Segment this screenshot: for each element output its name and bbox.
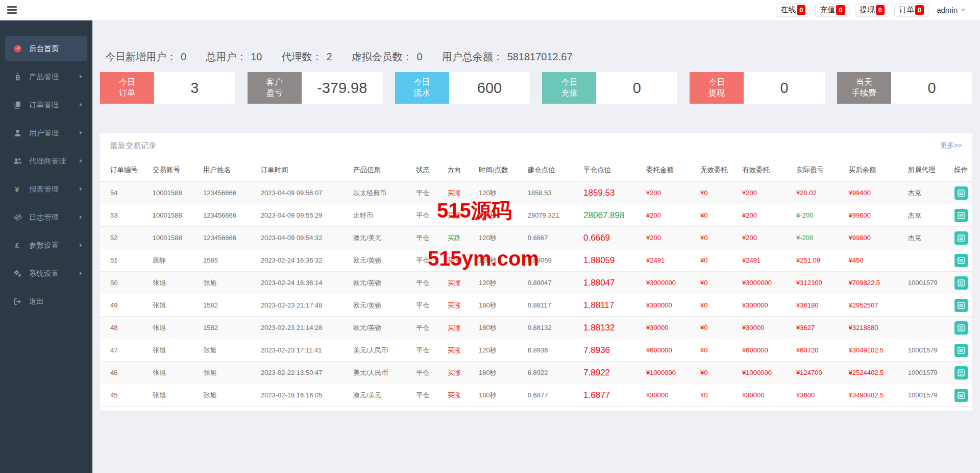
row-detail-button[interactable] [954,254,968,267]
cell-close-point: 7.8936 [576,339,639,362]
stat-new-users: 今日新增用户：0 [105,50,186,64]
cell-invalid-entrust: ¥0 [693,384,735,407]
cell-agent: 杰克 [901,182,950,204]
list-icon [958,324,965,332]
row-detail-button[interactable] [954,344,968,357]
cell-valid-entrust: ¥200 [735,182,789,204]
cell-product-info: 美元/人民币 [346,339,409,362]
cell-user-name: 1582 [196,294,254,317]
cell-status: 平仓 [409,339,440,362]
sidebar-item-users[interactable]: 用户管理 [5,120,87,146]
cell-order-time: 2023-02-23 17:11:41 [254,339,346,362]
cell-order-time: 2023-02-18 16:16:05 [254,384,346,407]
row-detail-button[interactable] [954,276,968,290]
card-today-orders: 今日订单 3 [100,72,235,104]
cell-time-points: 120秒 [472,272,521,294]
withdraw-counter[interactable]: 提现 0 [855,3,889,17]
cell-after-balance: ¥3049102.5 [842,339,901,362]
cell-status: 平仓 [409,227,440,249]
cell-trade-account: 张旭 [145,384,196,407]
cell-agent: 杰克 [901,204,950,227]
cell-invalid-entrust: ¥0 [693,362,735,384]
card-today-recharge: 今日充值 0 [542,72,677,104]
sidebar-item-products[interactable]: B 产品管理 [5,64,87,89]
cell-direction: 买涨 [440,339,472,362]
cell-order-id: 50 [100,272,145,294]
col-header-order-id: 订单编号 [100,158,145,182]
sidebar-item-logs[interactable]: 日志管理 [5,204,87,230]
sidebar-item-logout[interactable]: 退出 [5,289,87,314]
cell-open-point: 6.8936 [521,339,576,362]
chevron-right-icon [80,159,82,163]
sidebar-item-orders[interactable]: 订单管理 [5,92,87,117]
cell-operation [949,227,972,249]
cell-after-balance: ¥99800 [842,227,901,249]
cell-valid-entrust: ¥600000 [735,339,789,362]
cell-time-points: 120秒 [472,227,521,249]
cell-order-id: 49 [100,294,145,317]
cell-status: 平仓 [409,362,440,384]
user-icon [12,129,22,137]
list-icon [958,279,965,287]
cell-status: 平仓 [409,272,440,294]
more-link[interactable]: 更多>> [940,141,962,150]
row-detail-button[interactable] [954,186,968,200]
cell-actual-profit: ¥312300 [789,272,842,294]
summary-cards: 今日订单 3 客户盈亏 -379.98 今日流水 600 今日充值 0 今日提现… [100,72,972,104]
cell-direction: 买涨 [440,384,472,407]
cell-valid-entrust: ¥3000000 [735,272,789,294]
cell-actual-profit: ¥60720 [789,339,842,362]
list-icon [958,347,965,354]
row-detail-button[interactable] [954,321,968,335]
cell-invalid-entrust: ¥0 [693,317,735,339]
chevron-right-icon [80,271,82,275]
card-today-flow: 今日流水 600 [395,72,530,104]
menu-toggle-button[interactable] [7,4,20,17]
col-header-product-info: 产品信息 [346,158,409,182]
list-icon [958,257,965,264]
sidebar-item-home[interactable]: 后台首页 [5,36,87,61]
row-detail-button[interactable] [954,299,968,312]
cell-time-points: 120秒 [472,249,521,272]
chevron-down-icon [961,9,966,11]
cell-actual-profit: ¥-200 [789,227,842,249]
row-detail-button[interactable] [954,389,968,402]
online-counter[interactable]: 在线 0 [776,3,810,17]
cell-direction: 买涨 [440,362,472,384]
recharge-badge: 0 [836,5,845,15]
list-icon [958,190,965,197]
cell-close-point: 1.88117 [576,294,639,317]
cell-user-name: 123456666 [196,204,254,227]
cell-trade-account: 张旭 [145,317,196,339]
stat-total-users: 总用户：10 [206,50,262,64]
cell-order-id: 51 [100,249,145,272]
cell-order-time: 2023-04-09 09:56:07 [254,182,346,204]
row-detail-button[interactable] [954,209,968,222]
sidebar-item-agents[interactable]: 代理商管理 [5,148,87,174]
cell-direction: 买涨 [440,272,472,294]
admin-dashboard-page: 在线 0 充值 0 提现 0 订单 0 admin [0,0,980,473]
cell-product-info: 澳元/美元 [346,227,409,249]
cell-user-name: 张旭 [196,272,254,294]
row-detail-button[interactable] [954,366,968,380]
cell-entrust-amount: ¥30000 [639,317,693,339]
cell-agent [901,249,950,272]
sidebar-item-system[interactable]: 系统设置 [5,261,87,286]
cell-actual-profit: ¥124700 [789,362,842,384]
col-header-actual-profit: 实际盈亏 [789,158,842,182]
user-menu[interactable]: admin [934,4,969,16]
recharge-counter[interactable]: 充值 0 [815,3,849,17]
table-row: 53100015881234566662023-04-09 09:55:29比特… [100,204,972,227]
sidebar-item-params[interactable]: £ 参数设置 [5,232,87,258]
cell-invalid-entrust: ¥0 [693,182,735,204]
row-detail-button[interactable] [954,231,968,245]
cell-order-id: 53 [100,204,145,227]
table-title: 最新交易记录 [110,141,156,151]
list-icon [958,302,965,309]
cell-time-points: 120秒 [472,182,521,204]
main-content: 今日新增用户：0 总用户：10 代理数：2 虚拟会员数：0 用户总余额：5818… [92,20,980,473]
sidebar-item-reports[interactable]: ¥ 报表管理 [5,176,87,202]
cell-agent: 10001579 [901,362,950,384]
cell-direction: 买跌 [440,227,472,249]
order-counter[interactable]: 订单 0 [894,3,928,17]
